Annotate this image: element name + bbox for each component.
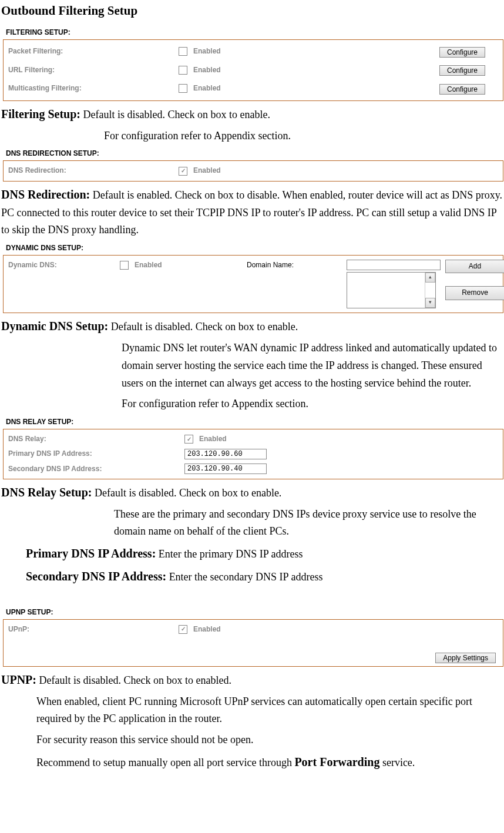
- upnp-desc3: For security reason this service should …: [1, 731, 504, 749]
- multicasting-filtering-checkbox[interactable]: [179, 84, 187, 93]
- upnp-heading: UPNP:: [1, 673, 36, 686]
- scroll-up-icon[interactable]: ▴: [425, 273, 435, 283]
- enabled-text: Enabled: [199, 434, 227, 445]
- dns-redirection-panel-title: DNS REDIRECTION SETUP:: [6, 148, 504, 159]
- upnp-checkbox[interactable]: ✓: [179, 625, 187, 634]
- secondary-dns-desc: Secondary DNS IP Address: Enter the seco…: [1, 567, 504, 586]
- dynamic-dns-checkbox[interactable]: [120, 261, 129, 270]
- enabled-text: Enabled: [193, 165, 221, 176]
- primary-dns-desc: Primary DNS IP Address: Enter the primar…: [1, 544, 504, 563]
- packet-filtering-checkbox[interactable]: [179, 47, 187, 56]
- dns-redirection-panel: DNS Redirection: ✓ Enabled: [3, 160, 503, 181]
- dns-redirection-checkbox[interactable]: ✓: [179, 167, 187, 176]
- dns-redirection-label: DNS Redirection:: [8, 165, 179, 176]
- scroll-down-icon[interactable]: ▾: [425, 298, 435, 308]
- enabled-text: Enabled: [135, 260, 162, 271]
- enabled-text: Enabled: [193, 624, 221, 635]
- primary-dns-heading: Primary DNS IP Address:: [26, 547, 156, 560]
- packet-filtering-label: Packet Filtering:: [8, 46, 179, 57]
- dynamic-dns-desc: Dynamic DNS Setup: Default is disabled. …: [1, 317, 504, 336]
- dns-relay-desc: DNS Relay Setup: Default is disabled. Ch…: [1, 483, 504, 502]
- dns-redirection-desc: DNS Redirection: Default is enabled. Che…: [1, 185, 504, 239]
- enabled-text: Enabled: [193, 83, 221, 94]
- dynamic-dns-heading: Dynamic DNS Setup:: [1, 320, 108, 332]
- enabled-text: Enabled: [193, 46, 221, 57]
- secondary-dns-row: Secondary DNS IP Address:: [8, 462, 498, 476]
- dns-relay-panel: DNS Relay: ✓ Enabled Primary DNS IP Addr…: [3, 429, 503, 479]
- filtering-setup-desc2: For configuration refer to Appendix sect…: [1, 127, 504, 145]
- dynamic-dns-desc2: Dynamic DNS let router's WAN dynamic IP …: [1, 340, 504, 392]
- add-button[interactable]: Add: [445, 260, 504, 273]
- dns-relay-desc2: These are the primary and secondary DNS …: [1, 506, 504, 540]
- upnp-panel: UPnP: ✓ Enabled Apply Settings: [3, 619, 503, 667]
- dns-relay-label: DNS Relay:: [8, 434, 184, 445]
- domain-name-list[interactable]: ▴ ▾: [347, 272, 436, 308]
- dynamic-dns-row: Dynamic DNS: Enabled Domain Name: ▴ ▾ Ad…: [8, 258, 498, 310]
- domain-name-input[interactable]: [347, 260, 441, 270]
- dns-redirection-row: DNS Redirection: ✓ Enabled: [8, 163, 498, 178]
- upnp-panel-title: UPNP SETUP:: [6, 607, 504, 618]
- upnp-desc4: Recommend to setup manually open all por…: [1, 753, 504, 772]
- dynamic-dns-desc3: For configuration refer to Appendix sect…: [1, 395, 504, 413]
- filtering-setup-heading: Filtering Setup:: [1, 108, 80, 120]
- filtering-setup-desc: Filtering Setup: Default is disabled. Ch…: [1, 105, 504, 124]
- filtering-setup-panel: Packet Filtering: Enabled Configure URL …: [3, 39, 503, 101]
- dynamic-dns-panel: Dynamic DNS: Enabled Domain Name: ▴ ▾ Ad…: [3, 255, 503, 313]
- primary-dns-input[interactable]: [184, 449, 267, 459]
- dns-redirection-heading: DNS Redirection:: [1, 188, 90, 201]
- url-filtering-configure-button[interactable]: Configure: [439, 65, 485, 76]
- dynamic-dns-label: Dynamic DNS:: [8, 260, 120, 271]
- page-title: Outbound Filtering Setup: [1, 1, 504, 21]
- multicasting-filtering-configure-button[interactable]: Configure: [439, 84, 485, 95]
- secondary-dns-label: Secondary DNS IP Address:: [8, 463, 184, 475]
- dns-relay-panel-title: DNS RELAY SETUP:: [6, 416, 504, 428]
- url-filtering-row: URL Filtering: Enabled Configure: [8, 61, 498, 79]
- upnp-row: UPnP: ✓ Enabled: [8, 622, 498, 637]
- apply-settings-button[interactable]: Apply Settings: [435, 653, 496, 663]
- packet-filtering-configure-button[interactable]: Configure: [439, 47, 485, 58]
- multicasting-filtering-label: Multicasting Filtering:: [8, 83, 179, 94]
- secondary-dns-heading: Secondary DNS IP Address:: [26, 570, 166, 583]
- filtering-setup-panel-title: FILTERING SETUP:: [6, 27, 504, 38]
- enabled-text: Enabled: [193, 65, 221, 76]
- dns-relay-checkbox[interactable]: ✓: [184, 435, 193, 444]
- dns-relay-heading: DNS Relay Setup:: [1, 486, 92, 499]
- upnp-desc: UPNP: Default is disabled. Check on box …: [1, 670, 504, 690]
- secondary-dns-input[interactable]: [184, 463, 267, 474]
- multicasting-filtering-row: Multicasting Filtering: Enabled Configur…: [8, 79, 498, 98]
- packet-filtering-row: Packet Filtering: Enabled Configure: [8, 42, 498, 61]
- domain-name-label: Domain Name:: [247, 260, 347, 271]
- dynamic-dns-panel-title: DYNAMIC DNS SETUP:: [6, 243, 504, 254]
- remove-button[interactable]: Remove: [445, 286, 504, 300]
- primary-dns-label: Primary DNS IP Address:: [8, 448, 184, 459]
- dns-relay-row: DNS Relay: ✓ Enabled: [8, 432, 498, 446]
- url-filtering-label: URL Filtering:: [8, 65, 179, 76]
- upnp-label: UPnP:: [8, 624, 179, 635]
- url-filtering-checkbox[interactable]: [179, 66, 187, 75]
- primary-dns-row: Primary DNS IP Address:: [8, 446, 498, 461]
- upnp-desc2: When enabled, client PC running Microsof…: [1, 693, 504, 728]
